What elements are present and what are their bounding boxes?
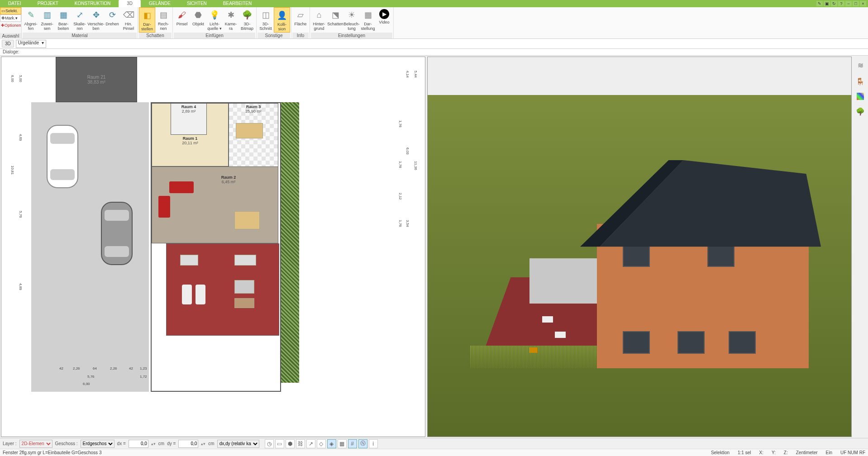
btn-hintergrund[interactable]: ⌂Hinter-grund (311, 7, 327, 33)
btn-lichtquelle[interactable]: 💡Licht-quelle ▾ (206, 7, 223, 33)
btn-bearbeiten[interactable]: ▦Bear-beiten (55, 7, 72, 33)
btn-zuweisen[interactable]: ▥Zuwei-sen (39, 7, 55, 33)
tab-projekt[interactable]: PROJEKT (29, 0, 67, 7)
btn-schatten-set[interactable]: ⬔Schatten (327, 7, 343, 33)
ribbon-group-material: ✎Abgrei-fen ▥Zuwei-sen ▦Bear-beiten ⤢Ska… (22, 7, 138, 38)
btn-video[interactable]: ▶Video (376, 7, 392, 33)
btn-drehen[interactable]: ⟳Drehen (104, 7, 120, 33)
clock-icon[interactable]: ◷ (265, 439, 274, 448)
dim-label: 10,81 (10, 166, 14, 175)
help-icon[interactable]: ✎ (816, 1, 823, 6)
floorplan-pane[interactable]: Raum 21 38,83 m² Raum 325,90 m² Raum 120… (1, 57, 425, 437)
status-uf: UF NUM RF (840, 450, 865, 455)
status-bar: Fenster 2flg.sym gr L=Einbauteile G=Gesc… (0, 449, 868, 456)
arrow-icon[interactable]: ↗ (306, 439, 315, 448)
background-icon: ⌂ (313, 9, 325, 21)
btn-darstellen[interactable]: ◧Dar-stellen (139, 7, 155, 33)
btn-hinpinsel[interactable]: ⌫Hin.Pinsel (120, 7, 137, 33)
group-label-einfuegen: Einfügen (174, 33, 255, 38)
dim-label: 1,76 (398, 220, 402, 227)
rotate-icon: ⟳ (106, 9, 118, 21)
btn-darstellung[interactable]: ▦Dar-stellung (360, 7, 376, 33)
tab-datei[interactable]: DATEI (0, 0, 29, 7)
maximize-icon[interactable]: □ (853, 1, 859, 6)
close-icon[interactable]: × (860, 1, 866, 6)
options-tool[interactable]: ✚ Optionen (0, 22, 21, 29)
tab-bearbeiten[interactable]: BEARBEITEN (215, 0, 260, 7)
screen-icon[interactable]: ▭ (275, 439, 284, 448)
geschoss-select[interactable]: Erdgeschos (81, 440, 114, 448)
question-icon[interactable]: ? (838, 1, 844, 6)
refresh-icon[interactable]: ↻ (831, 1, 837, 6)
layers-icon[interactable]: ≋ (855, 60, 865, 70)
tab-3d[interactable]: 3D (119, 0, 141, 7)
btn-abgreifen[interactable]: ✎Abgrei-fen (23, 7, 39, 33)
n-icon[interactable]: Ⓝ (358, 439, 367, 448)
btn-3dschnitt[interactable]: ◫3D-Schnitt (258, 7, 274, 33)
mark-tool[interactable]: ✥ Mark. ▾ (0, 14, 21, 22)
palette-icon[interactable] (857, 93, 864, 100)
btn-flaeche[interactable]: ▱Fläche (292, 7, 309, 33)
btn-objekt[interactable]: ⬣Objekt (190, 7, 206, 33)
layer-select[interactable]: 2D-Elemen (19, 440, 52, 448)
btn-3dbitmap[interactable]: 🌳3D-Bitmap (239, 7, 255, 33)
rel-select[interactable]: dx,dy (relativ ka (217, 440, 259, 448)
geschoss-label: Geschoss : (55, 441, 78, 446)
dy-input[interactable] (178, 440, 198, 448)
ribbon-group-schatten: ◧Dar-stellen ▤Rech-nen Schatten (138, 7, 173, 38)
btn-kamera[interactable]: ✱Kame-ra (223, 7, 239, 33)
btn-kollision[interactable]: 👤Kolli-sion (274, 7, 290, 33)
tab-sichten[interactable]: SICHTEN (179, 0, 215, 7)
layer-label: Layer : (3, 441, 17, 446)
diamond-icon[interactable]: ◇ (317, 439, 326, 448)
dim-label: 64 (93, 366, 97, 370)
status-z: Z: (784, 450, 788, 455)
dialoge-bar: Dialoge: (0, 49, 868, 56)
minimize-icon[interactable]: – (845, 1, 852, 6)
dim-label: 1,76 (398, 120, 402, 128)
scale-icon: ⤢ (74, 9, 86, 21)
shadow-show-icon: ◧ (141, 10, 153, 21)
btn-verschieben[interactable]: ✥Verschie-ben (88, 7, 104, 33)
link-icon[interactable]: ⛓ (296, 439, 305, 448)
ribbon-group-sonstige: ◫3D-Schnitt 👤Kolli-sion Sonstige (257, 7, 291, 38)
hash-icon[interactable]: # (348, 439, 357, 448)
status-sel: Selektion (711, 450, 730, 455)
car-white (47, 125, 78, 188)
status-left: Fenster 2flg.sym gr L=Einbauteile G=Gesc… (3, 450, 101, 455)
dim-label: 4,89 (19, 283, 23, 290)
btn-rechnen[interactable]: ▤Rech-nen (155, 7, 172, 33)
btn-pinsel[interactable]: 🖌Pinsel (174, 7, 190, 33)
dim-label: 11,36 (414, 161, 418, 170)
status-unit: Zentimeter (796, 450, 818, 455)
group-label-einstellungen: Einstellungen (311, 33, 392, 38)
tree-icon: 🌳 (241, 9, 253, 21)
btn-beleuchtung[interactable]: ☀Beleuch-tung (343, 7, 360, 33)
tab-konstruktion[interactable]: KONSTRUKTION (67, 0, 119, 7)
select-tool[interactable]: ▭ Selekt. (0, 7, 21, 14)
mode-chip[interactable]: 3D (2, 40, 14, 48)
grid-icon[interactable]: ▦ (338, 439, 347, 448)
dx-input[interactable] (129, 440, 148, 448)
dim-label: 3,54 (405, 220, 410, 227)
group-label-info: Info (292, 33, 309, 38)
3d-table (529, 347, 538, 353)
tab-gelaende[interactable]: GELÄNDE (141, 0, 179, 7)
tool-icon[interactable]: ▣ (824, 1, 830, 6)
dy-unit: cm (208, 441, 214, 446)
terrain-combo[interactable]: Urgelände ▾ (16, 40, 46, 48)
3d-view-pane[interactable] (427, 57, 852, 437)
btn-skalieren[interactable]: ⤢Skalie-ren (72, 7, 88, 33)
diamond2-icon[interactable]: ◈ (327, 439, 336, 448)
status-y: Y: (772, 450, 776, 455)
ribbon-group-info: ▱Fläche Info (291, 7, 310, 38)
cube-icon[interactable]: ⬢ (286, 439, 295, 448)
furniture-icon[interactable]: 🪑 (855, 76, 865, 86)
object-icon: ⬣ (192, 9, 204, 21)
dim-label: 42 (129, 366, 133, 370)
shadow-set-icon: ⬔ (329, 9, 341, 21)
plant-icon[interactable]: 🌳 (855, 106, 865, 116)
info-icon[interactable]: i (369, 439, 378, 448)
dim-label: 1,23 (140, 366, 147, 370)
status-x: X: (759, 450, 763, 455)
